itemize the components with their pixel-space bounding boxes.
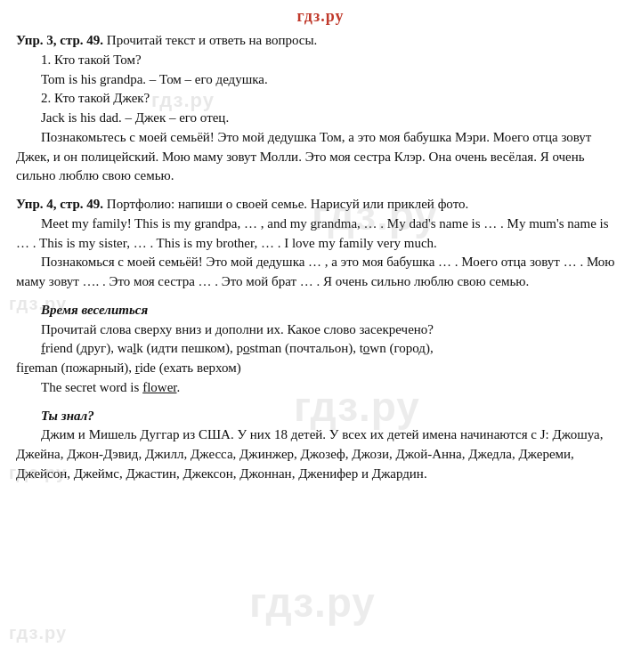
fun-time-words: friend (друг), walk (идти пешком), postm… (16, 339, 625, 378)
exercise3-q1: 1. Кто такой Том? (16, 51, 625, 70)
friend-word: friend (друг) (41, 341, 110, 355)
fun-time-instruction: Прочитай слова сверху вниз и дополни их.… (16, 320, 625, 340)
exercise3-paragraph: Познакомьтесь с моей семьёй! Это мой дед… (16, 128, 625, 186)
exercise4-title: Упр. 4, стр. 49. (16, 197, 103, 211)
secret-word: flower (142, 380, 176, 394)
fireman-word: fireman (пожарный) (16, 360, 128, 375)
exercise3-instruction: Прочитай текст и ответь на вопросы. (103, 33, 317, 47)
exercise-3: Упр. 3, стр. 49. Прочитай текст и ответь… (16, 31, 625, 186)
did-you-know-title: Ты знал? (41, 407, 625, 426)
exercise4-instruction: Портфолио: напиши о своей семье. Нарисуй… (103, 197, 468, 211)
exercise4-ru-text: Познакомься с моей семьёй! Это мой дедуш… (16, 253, 625, 292)
exercise3-q2: 2. Кто такой Джек? (16, 89, 625, 109)
exercise4-en-text: Meet my family! This is my grandpa, … , … (16, 215, 625, 254)
header-title: гдз.ру (296, 7, 344, 25)
did-you-know-text: Джим и Мишель Дуггар из США. У них 18 де… (16, 425, 625, 483)
secret-text: The secret word is (41, 380, 142, 394)
watermark-6: гдз.ру (249, 579, 376, 627)
town-word: town (город) (360, 341, 430, 355)
exercise3-header-line: Упр. 3, стр. 49. Прочитай текст и ответь… (16, 31, 625, 51)
did-you-know-section: Ты знал? Джим и Мишель Дуггар из США. У … (16, 407, 625, 484)
exercise3-a1: Tom is his grandpa. – Том – его дедушка. (16, 70, 625, 90)
exercise-4: Упр. 4, стр. 49. Портфолио: напиши о сво… (16, 195, 625, 292)
main-content: Упр. 3, стр. 49. Прочитай текст и ответь… (0, 31, 641, 502)
ride-word: ride (ехать верхом) (135, 360, 241, 375)
exercise3-a2: Jack is his dad. – Джек – его отец. (16, 109, 625, 128)
postman-word: postman (почтальон) (237, 341, 353, 355)
fun-time-section: Время веселиться Прочитай слова сверху в… (16, 301, 625, 398)
fun-time-title: Время веселиться (41, 301, 625, 320)
page-header: гдз.ру (0, 0, 641, 31)
fun-time-secret-line: The secret word is flower. (16, 378, 625, 398)
walk-word: walk (идти пешком) (118, 341, 230, 355)
watermark-7: гдз.ру (9, 623, 67, 644)
exercise4-header-line: Упр. 4, стр. 49. Портфолио: напиши о сво… (16, 195, 625, 215)
exercise3-title: Упр. 3, стр. 49. (16, 33, 103, 47)
